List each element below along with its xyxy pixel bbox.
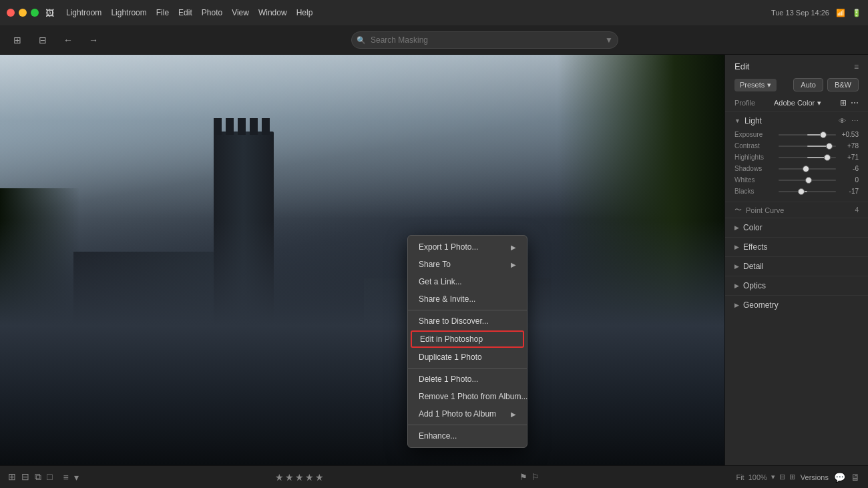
app-logo: 🖼 [45,8,54,18]
filter-icon[interactable]: ▼ [605,35,613,45]
highlights-thumb[interactable] [824,154,831,161]
presets-chevron-icon: ▾ [767,81,771,89]
wifi-icon: 📶 [836,9,845,17]
contrast-track[interactable] [779,146,836,147]
ctx-share-invite[interactable]: Share & Invite... [408,290,527,308]
zoom-fit-icon[interactable]: ⊟ [779,473,785,481]
maximize-button[interactable] [31,9,39,17]
profile-more-icon[interactable]: ⋯ [851,98,859,107]
sort-chevron-icon[interactable]: ▾ [74,472,79,483]
panel-settings-icon[interactable]: ≡ [854,62,859,71]
shadows-track[interactable] [779,168,836,170]
profile-icons-right: ⊞ ⋯ [840,98,859,107]
ctx-export[interactable]: Export 1 Photo... ▶ [408,238,527,256]
ctx-duplicate[interactable]: Duplicate 1 Photo [408,348,527,366]
menu-file[interactable]: File [156,8,169,17]
star-4[interactable]: ★ [305,472,314,483]
color-section[interactable]: ▶ Color [725,218,868,237]
whites-track[interactable] [779,180,836,181]
profile-row: Profile Adobe Color ▾ ⊞ ⋯ [725,94,868,111]
ctx-add-album[interactable]: Add 1 Photo to Album ▶ [408,405,527,423]
chat-icon[interactable]: 💬 [834,472,845,483]
close-button[interactable] [7,9,15,17]
flag-icon[interactable]: ⚑ [519,472,527,482]
optics-section-label: ▶ Optics [734,281,766,290]
traffic-lights [7,9,39,17]
grid-icon[interactable]: ⊞ [8,471,16,483]
exposure-thumb[interactable] [820,132,827,138]
grid-view-button[interactable]: ⊟ [33,31,52,49]
star-2[interactable]: ★ [285,472,294,483]
search-input[interactable] [351,31,618,49]
profile-value[interactable]: Adobe Color ▾ [774,99,821,107]
point-curve-text: Point Curve [746,206,784,214]
titlebar-right: Tue 13 Sep 14:26 📶 🔋 [771,9,861,17]
menu-adobe[interactable]: Lightroom [66,8,101,17]
sort-icon[interactable]: ≡ [63,472,68,483]
exposure-track[interactable] [779,134,836,136]
star-rating: ★ ★ ★ ★ ★ [275,472,324,483]
point-curve-row[interactable]: 〜 Point Curve 4 [725,202,868,218]
photo-area[interactable]: Export 1 Photo... ▶ Share To ▶ Get a Lin… [0,55,724,465]
whites-thumb[interactable] [805,177,812,184]
menu-photo[interactable]: Photo [202,8,222,17]
whites-label: Whites [734,176,775,184]
forward-button[interactable]: → [84,31,103,49]
ctx-remove-album[interactable]: Remove 1 Photo from Album... [408,388,527,405]
exposure-row: Exposure +0.53 [734,131,859,138]
back-button[interactable]: ← [59,31,77,49]
ctx-share-to[interactable]: Share To ▶ [408,256,527,273]
detail-section[interactable]: ▶ Detail [725,256,868,276]
light-more-icon[interactable]: ⋯ [851,117,859,126]
bw-button[interactable]: B&W [827,78,859,91]
effects-section[interactable]: ▶ Effects [725,237,868,256]
shadows-thumb[interactable] [803,166,809,172]
whites-value: 0 [840,176,859,184]
fit-arrow-icon[interactable]: ▾ [771,473,775,481]
point-curve-label: 〜 Point Curve [734,205,784,215]
versions-label: Versions [801,473,829,481]
square-icon[interactable]: □ [47,471,52,483]
ctx-edit-photoshop[interactable]: Edit in Photoshop [411,330,524,348]
profile-grid-icon[interactable]: ⊞ [840,98,847,107]
navbar: ⊞ ⊟ ← → 🔍 ▼ [0,25,868,55]
star-3[interactable]: ★ [295,472,304,483]
star-5[interactable]: ★ [315,472,324,483]
ctx-enhance[interactable]: Enhance... [408,427,527,445]
presets-button[interactable]: Presets ▾ [734,79,777,91]
light-section-actions: 👁 ⋯ [839,117,859,126]
ctx-share-discover[interactable]: Share to Discover... [408,312,527,330]
reject-icon[interactable]: ⚐ [531,472,539,482]
optics-label-text: Optics [743,281,766,290]
menu-edit[interactable]: Edit [178,8,192,17]
shadows-label: Shadows [734,165,775,172]
menu-lightroom[interactable]: Lightroom [111,8,146,17]
light-section-header[interactable]: ▼ Light 👁 ⋯ [725,111,868,130]
blacks-thumb[interactable] [798,188,805,195]
sidebar-toggle-button[interactable]: ⊞ [8,31,27,49]
menu-window[interactable]: Window [258,8,287,17]
compare-icon[interactable]: ⧉ [35,471,41,483]
fit-info: Fit 100% ▾ ⊟ ⊞ [736,473,795,481]
highlights-label: Highlights [734,154,775,161]
highlights-track[interactable] [779,157,836,158]
menu-help[interactable]: Help [296,8,313,17]
search-bar: 🔍 ▼ [351,31,618,49]
light-eye-icon[interactable]: 👁 [839,117,846,126]
star-1[interactable]: ★ [275,472,284,483]
preset-row: Presets ▾ Auto B&W [725,75,868,94]
menu-view[interactable]: View [232,8,249,17]
ctx-get-link[interactable]: Get a Link... [408,273,527,290]
minimize-button[interactable] [19,9,27,17]
monitor-icon[interactable]: 🖥 [851,472,860,483]
blacks-track[interactable] [779,191,836,192]
optics-section[interactable]: ▶ Optics [725,276,868,295]
auto-button[interactable]: Auto [793,78,823,91]
geometry-section[interactable]: ▶ Geometry [725,295,868,314]
detail-chevron-icon: ▶ [734,263,739,270]
ctx-delete[interactable]: Delete 1 Photo... [408,371,527,388]
ctx-add-album-arrow: ▶ [511,411,516,418]
filmstrip-icon[interactable]: ⊟ [21,471,29,483]
zoom-fill-icon[interactable]: ⊞ [789,473,795,481]
contrast-thumb[interactable] [826,143,833,150]
